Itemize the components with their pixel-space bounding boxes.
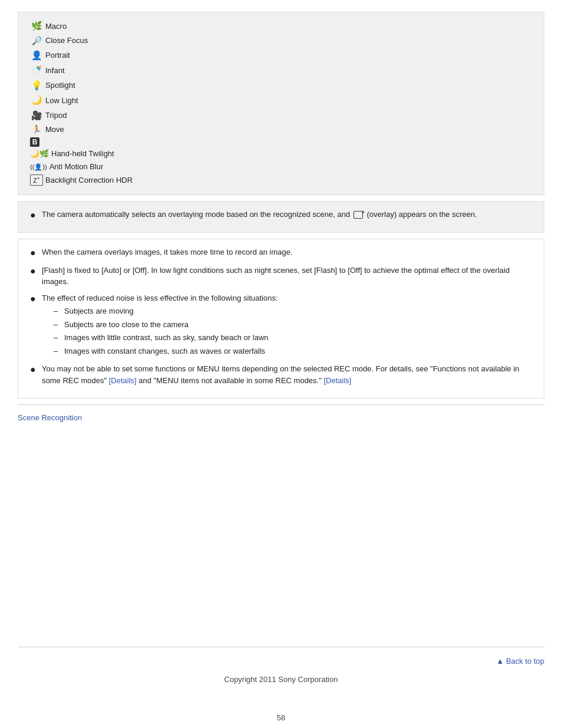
portrait-icon: 👤 [30,49,43,62]
dash-text: Images with constant changes, such as wa… [64,345,265,357]
caution-bullet-4: ● You may not be able to set some functi… [30,363,532,386]
dash-sym: – [54,305,62,317]
infant-icon: 🍼 [30,64,43,77]
caution-bullet-2: ● [Flash] is fixed to [Auto] or [Off]. I… [30,265,532,288]
page-wrapper: 🌿 Macro 🔎 Close Focus 👤 Portrait 🍼 Infan… [0,0,562,728]
list-item: 🎥 Tripod [30,109,532,123]
hdr-label: Backlight Correction HDR [45,174,133,186]
dash-item: – Subjects are moving [54,305,278,317]
caution-text-4: You may not be able to set some function… [42,363,532,386]
list-item: 🌿 Macro [30,19,532,33]
list-item: ((👤)) Anti Motion Blur [30,161,532,173]
note-box: ● The camera automatically selects an ov… [18,201,544,233]
dash-sym: – [54,319,62,331]
macro-icon: 🌿 [30,19,43,33]
caution-box: ● When the camera overlays images, it ta… [18,239,544,398]
details-link-2[interactable]: [Details] [323,376,351,385]
dash-list: – Subjects are moving – Subjects are too… [54,305,278,357]
dash-sym: – [54,345,62,357]
hand-held-twilight-label: Hand-held Twilight [51,148,114,160]
caution-bullet-1: ● When the camera overlays images, it ta… [30,246,532,259]
infant-label: Infant [45,65,65,77]
back-to-top-label: Back to top [506,657,544,666]
back-to-top-arrow-icon: ▲ [496,657,504,666]
hdr-icon: Z+ [30,174,43,186]
tripod-icon: 🎥 [30,109,43,123]
list-item: 🌙 Low Light [30,94,532,107]
caution-text-2: [Flash] is fixed to [Auto] or [Off]. In … [42,265,532,288]
dash-item: – Subjects are too close to the camera [54,319,278,331]
overlay-icon-inline [353,211,363,219]
main-content: 🌿 Macro 🔎 Close Focus 👤 Portrait 🍼 Infan… [0,12,562,641]
list-item: 🌙🌿 Hand-held Twilight [30,148,532,160]
macro-label: Macro [45,21,67,32]
dash-text: Images with little contrast, such as sky… [64,332,269,344]
spotlight-icon: 💡 [30,79,43,93]
bullet-dot: ● [30,209,39,222]
list-item: 👤 Portrait [30,49,532,62]
bottom-divider [18,647,544,647]
portrait-label: Portrait [45,50,70,61]
page-number: 58 [0,713,562,722]
dash-text: Subjects are moving [64,305,134,317]
list-item: 💡 Spotlight [30,79,532,93]
dash-item: – Images with constant changes, such as … [54,345,278,357]
close-focus-label: Close Focus [45,35,88,47]
hand-held-twilight-icon: 🌙🌿 [30,148,49,160]
note-bullet: ● The camera automatically selects an ov… [30,209,532,222]
caution-bullet-3: ● The effect of reduced noise is less ef… [30,292,532,359]
note-text: The camera automatically selects an over… [42,209,477,220]
scene-recognition-link-wrapper: Scene Recognition [18,413,544,422]
dash-item: – Images with little contrast, such as s… [54,332,278,344]
anti-motion-blur-icon: ((👤)) [30,162,47,172]
list-item: B [30,137,532,147]
bullet-dot: ● [30,265,39,278]
dash-sym: – [54,332,62,344]
close-focus-icon: 🔎 [30,35,43,47]
bullet-dot: ● [30,246,39,259]
low-light-icon: 🌙 [30,94,43,107]
divider [18,404,544,405]
bullet-dot: ● [30,363,39,376]
anti-motion-blur-label: Anti Motion Blur [49,161,104,173]
list-item: 🔎 Close Focus [30,35,532,47]
details-link-1[interactable]: [Details] [109,376,137,385]
bullet-dot: ● [30,292,39,305]
move-label: Move [45,124,64,136]
list-item: Z+ Backlight Correction HDR [30,174,532,186]
low-light-label: Low Light [45,95,78,107]
list-item: 🏃 Move [30,124,532,136]
move-icon: 🏃 [30,124,43,136]
back-to-top-link[interactable]: ▲ Back to top [496,657,544,666]
caution-text-3: The effect of reduced noise is less effe… [42,294,278,302]
scene-recognition-link[interactable]: Scene Recognition [18,413,82,422]
copyright-text: Copyright 2011 Sony Corporation [0,675,562,684]
back-to-top-bar: ▲ Back to top [0,653,562,669]
icon-list-box: 🌿 Macro 🔎 Close Focus 👤 Portrait 🍼 Infan… [18,12,544,195]
caution-text-1: When the camera overlays images, it take… [42,246,293,258]
b-mode-icon: B [30,137,39,147]
tripod-label: Tripod [45,110,67,121]
dash-text: Subjects are too close to the camera [64,319,189,331]
spotlight-label: Spotlight [45,80,75,91]
list-item: 🍼 Infant [30,64,532,77]
